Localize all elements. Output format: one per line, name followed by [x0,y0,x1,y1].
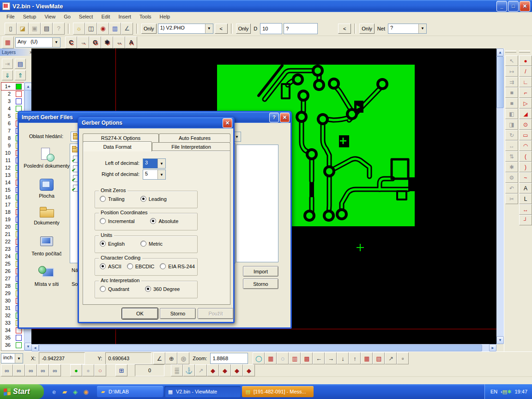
trace-filter-button[interactable]: → [77,36,89,48]
task-1[interactable]: ▰D:\MLAB [97,386,163,397]
line-tool[interactable]: / [519,66,532,77]
settings-gear-icon[interactable]: ⚙ [505,172,518,183]
gerber-filter-button[interactable]: G [89,36,101,48]
maximize-button[interactable]: □ [508,1,519,12]
pan-left-icon[interactable]: ← [313,352,325,364]
radio-icon[interactable] [100,196,106,202]
grid-move-icon[interactable]: ▧ [373,352,385,364]
language-indicator[interactable]: EN [490,389,497,394]
radio-icon[interactable] [100,286,106,292]
mirror-v-icon[interactable]: ◨ [505,119,518,130]
fill-rect-icon[interactable]: ■ [505,87,518,98]
view-pads-icon[interactable]: ∞ [25,364,37,376]
chevron-down-icon[interactable]: ▼ [157,170,165,179]
fill-area-icon[interactable]: ■ [505,98,518,109]
only-net-button[interactable]: Only [359,24,375,34]
swap-icon[interactable]: ↔ [505,140,518,151]
flash-style1-icon[interactable]: ◆ [207,364,219,376]
zoom-grid-icon[interactable]: ▦ [265,352,277,364]
print-icon[interactable]: ▤ [41,23,53,35]
menu-help[interactable]: Help [156,13,174,20]
radio-leading[interactable]: Leading [140,196,167,202]
apply-button[interactable]: Použít [198,308,234,319]
view-layers-icon[interactable]: ∞ [13,364,25,376]
triangle-tool[interactable]: ◢ [519,109,532,119]
task-2[interactable]: ▦V2.bin - ViewMate [164,386,241,397]
dcode-input[interactable]: 10 [260,23,282,34]
chevron-down-icon[interactable]: ▼ [205,24,213,33]
radio-ascii[interactable]: ASCII [100,263,121,269]
view-all-icon[interactable]: ∞ [1,364,13,376]
radio-icon[interactable] [100,218,106,224]
flash-style3-icon[interactable]: ◆ [231,364,243,376]
right-of-decimal-combo[interactable]: 5 ▼ [143,169,166,180]
only-dcode-button[interactable]: Only [236,24,251,34]
pan-down-icon[interactable]: ↓ [337,352,349,364]
radio-icon[interactable] [150,218,156,224]
radio-ebcdic[interactable]: EBCDIC [127,263,155,269]
open-folder-icon[interactable]: ◪ [17,23,29,35]
zoom-in-icon[interactable]: ◯ [253,352,265,364]
radio-eia-rs-244[interactable]: EIA RS-244 [160,263,194,269]
stretch2-icon[interactable]: ↗ [195,364,207,376]
tab-data-format[interactable]: Data Format [83,141,152,151]
scroll-up-icon[interactable]: ▲ [24,83,32,91]
components-filter-button[interactable]: C [65,36,77,48]
layer-color-swatch[interactable] [16,342,22,348]
zoom-input[interactable]: 1.8868 [210,353,248,364]
grid-full-icon[interactable]: ▩ [301,352,313,364]
net-highlight-icon[interactable]: ◉ [97,23,109,35]
layer-up-button[interactable]: ⇑ [15,70,26,80]
prev-layer-button[interactable]: < [215,24,228,34]
import-button[interactable]: Import [243,266,278,277]
scroll-down-icon[interactable]: ▼ [24,343,32,351]
layer-row-35[interactable]: 35 [1,334,24,341]
menu-go[interactable]: Go [60,13,74,20]
curve-left-tool[interactable]: ( [519,151,532,162]
radio-quadrant[interactable]: Quadrant [100,286,129,292]
corner-tool[interactable]: ⌐ [519,87,532,98]
select-filter-combo[interactable]: Any (U) ▼ [15,37,60,48]
polyline-tool[interactable]: ∟ [519,77,532,87]
marquee-icon[interactable]: ▫ [397,352,409,364]
locate-icon[interactable]: ◎ [177,352,189,364]
menu-file[interactable]: File [3,13,18,20]
cut-icon[interactable]: ✂ [505,193,518,204]
flash-highlight-icon[interactable]: ☼ [73,23,85,35]
context-help-icon[interactable]: ? [53,23,65,35]
menu-tools[interactable]: Tools [136,13,155,20]
folder-qlaunch-icon[interactable]: ▰ [61,388,68,395]
layer-color-swatch[interactable] [16,84,22,90]
task-3[interactable]: ▤[191-482-091] - Mess... [242,386,314,397]
pan-right-icon[interactable]: → [325,352,337,364]
import-cancel-button[interactable]: Storno [243,278,278,289]
radio-icon[interactable] [145,286,151,292]
layer-combo[interactable]: 1) V2.PHO ▼ [158,24,213,34]
menu-view[interactable]: View [41,13,59,20]
arc-point-tool[interactable]: ▷ [519,98,532,109]
radio-metric[interactable]: Metric [140,241,163,247]
target-icon[interactable]: ⊕ [165,352,177,364]
view-traces-icon[interactable]: ∞ [37,364,49,376]
place-computer[interactable]: Tento počítač [24,236,70,256]
pan-up-icon[interactable]: ↑ [349,352,361,364]
selection-grid-icon[interactable]: ▦ [2,36,14,48]
bulb-off-icon[interactable]: ● [82,364,94,376]
radio-trailing[interactable]: Trailing [100,196,125,202]
label-tool[interactable]: L [519,193,532,204]
flash-style2-icon[interactable]: ◆ [219,364,231,376]
dimension-tool[interactable]: ↔ [519,204,532,215]
save-icon[interactable]: ▣ [29,23,41,35]
pad-flash-tool[interactable]: ● [519,55,532,66]
layer-color-swatch[interactable] [16,98,22,104]
bulb-outline-icon[interactable]: ○ [94,364,106,376]
panes-icon[interactable]: ⊞ [115,364,127,376]
reorder-icon[interactable]: ⇅ [505,151,518,162]
chevron-down-icon[interactable]: ▼ [15,354,23,363]
text-filter-button[interactable]: A [125,36,137,48]
dot-grid-icon[interactable]: ▒ [171,364,183,376]
layer-row-3[interactable]: 3 [1,97,24,105]
rectangle-tool[interactable]: ▭ [519,130,532,140]
layer-row-2[interactable]: 2 [1,90,24,97]
radio-360-degree[interactable]: 360 Degree [145,286,180,292]
